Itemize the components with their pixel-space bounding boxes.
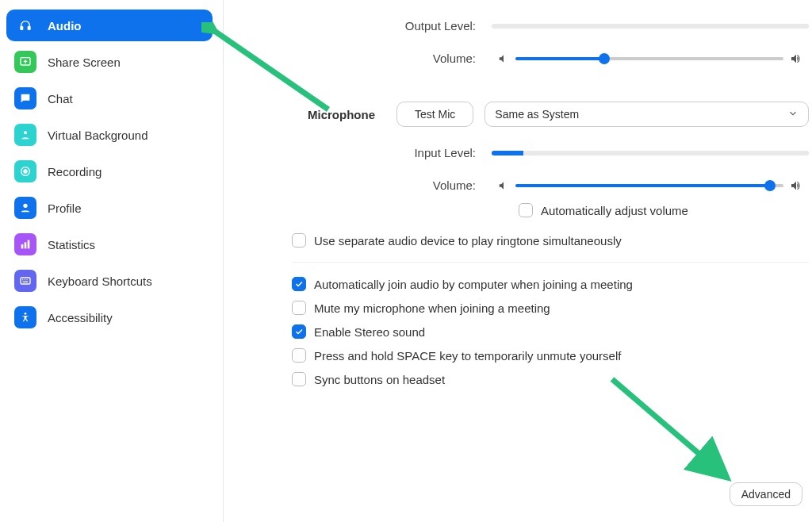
svg-point-11 — [22, 279, 23, 280]
annotation-arrow-icon — [604, 371, 747, 498]
audio-option-checkbox[interactable]: Press and hold SPACE key to temporarily … — [292, 348, 809, 363]
svg-point-13 — [26, 279, 27, 280]
audio-option-label: Sync buttons on headset — [314, 373, 445, 386]
annotation-arrow-icon — [201, 22, 336, 117]
output-volume-slider[interactable] — [515, 57, 783, 60]
sidebar-item-label: Chat — [48, 92, 73, 106]
svg-rect-8 — [25, 242, 27, 248]
sidebar-item-chat[interactable]: Chat — [6, 83, 213, 114]
svg-point-15 — [25, 313, 27, 315]
virtual-bg-icon — [14, 124, 36, 146]
svg-line-17 — [612, 379, 723, 474]
svg-rect-0 — [21, 26, 23, 29]
chat-icon — [14, 87, 36, 109]
mic-device-value: Same as System — [495, 108, 579, 121]
svg-point-5 — [24, 170, 27, 173]
svg-rect-10 — [21, 278, 30, 284]
sidebar-item-label: Accessibility — [48, 311, 113, 324]
sidebar-item-label: Audio — [48, 19, 82, 33]
svg-line-16 — [211, 29, 328, 109]
sidebar-item-keyboard-shortcuts[interactable]: Keyboard Shortcuts — [6, 265, 213, 297]
headphones-icon — [14, 14, 36, 36]
separate-ringtone-checkbox[interactable]: Use separate audio device to play ringto… — [292, 233, 809, 248]
keyboard-icon — [14, 270, 36, 292]
audio-option-label: Automatically join audio by computer whe… — [314, 278, 633, 291]
audio-option-checkbox[interactable]: Automatically join audio by computer whe… — [292, 277, 809, 291]
sidebar-item-label: Share Screen — [48, 56, 121, 69]
svg-rect-1 — [28, 26, 30, 29]
audio-option-checkbox[interactable]: Mute my microphone when joining a meetin… — [292, 301, 809, 315]
options-divider — [292, 262, 809, 263]
sidebar-item-profile[interactable]: Profile — [6, 192, 213, 224]
statistics-icon — [14, 233, 36, 255]
sidebar-item-label: Keyboard Shortcuts — [48, 274, 152, 288]
audio-option-label: Press and hold SPACE key to temporarily … — [314, 349, 621, 363]
svg-rect-9 — [28, 240, 30, 249]
sidebar-item-recording[interactable]: Recording — [6, 155, 213, 187]
volume-high-icon — [790, 52, 802, 65]
svg-rect-7 — [21, 244, 24, 248]
sidebar-item-label: Virtual Background — [48, 129, 147, 142]
sidebar-item-statistics[interactable]: Statistics — [6, 228, 213, 260]
profile-icon — [14, 197, 36, 219]
input-volume-slider[interactable] — [515, 184, 783, 187]
volume-high-icon — [790, 179, 802, 192]
auto-adjust-volume-checkbox[interactable]: Automatically adjust volume — [519, 203, 688, 217]
settings-sidebar: AudioShare ScreenChatVirtual BackgroundR… — [6, 10, 213, 338]
input-volume-label: Volume: — [285, 178, 492, 192]
share-screen-icon — [14, 51, 36, 73]
svg-point-12 — [25, 279, 25, 280]
sidebar-item-label: Recording — [48, 165, 102, 178]
audio-option-label: Mute my microphone when joining a meetin… — [314, 301, 550, 315]
svg-point-6 — [23, 204, 27, 208]
auto-adjust-label: Automatically adjust volume — [541, 204, 688, 217]
sidebar-item-label: Statistics — [48, 238, 95, 251]
chevron-down-icon — [787, 108, 799, 121]
sidebar-item-virtual-background[interactable]: Virtual Background — [6, 119, 213, 151]
accessibility-icon — [14, 306, 36, 328]
audio-settings-panel: Output Level: Volume: Microphone Test Mi — [285, 0, 809, 396]
svg-point-3 — [24, 131, 27, 134]
input-level-label: Input Level: — [285, 146, 492, 159]
output-level-meter — [492, 24, 809, 29]
input-level-meter — [492, 151, 809, 155]
audio-option-checkbox[interactable]: Enable Stereo sound — [292, 324, 809, 339]
sidebar-item-label: Profile — [48, 202, 82, 215]
test-mic-button[interactable]: Test Mic — [396, 102, 473, 127]
mic-device-select[interactable]: Same as System — [485, 102, 809, 127]
volume-low-icon — [498, 180, 509, 191]
audio-option-label: Enable Stereo sound — [314, 325, 425, 339]
volume-low-icon — [498, 53, 509, 64]
separate-ringtone-label: Use separate audio device to play ringto… — [314, 234, 622, 248]
sidebar-item-audio[interactable]: Audio — [6, 10, 213, 41]
sidebar-item-share-screen[interactable]: Share Screen — [6, 46, 213, 78]
svg-rect-14 — [23, 282, 29, 282]
sidebar-item-accessibility[interactable]: Accessibility — [6, 301, 213, 333]
recording-icon — [14, 160, 36, 182]
